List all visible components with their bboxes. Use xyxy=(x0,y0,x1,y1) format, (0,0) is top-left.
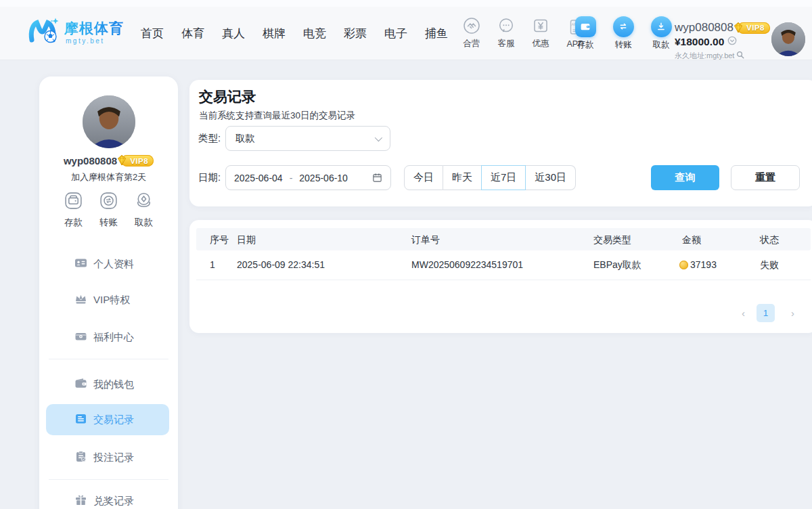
quick-link-partner[interactable]: 合营 xyxy=(457,17,486,49)
date-filter-label: 日期: xyxy=(198,165,221,190)
range-today-button[interactable]: 今日 xyxy=(404,165,443,190)
deposit-action[interactable]: 存款 xyxy=(572,16,599,51)
sidebar-item-profile[interactable]: 个人资料 xyxy=(74,254,134,274)
address-row: 永久地址:mgty.bet xyxy=(675,49,769,62)
range-yesterday-button[interactable]: 昨天 xyxy=(443,165,482,190)
sidebar-item-label: 我的钱包 xyxy=(93,378,134,391)
column-header-date: 日期 xyxy=(237,234,256,246)
cell-amount: 37193 xyxy=(679,259,717,270)
joined-days-text: 加入摩根体育第2天 xyxy=(39,171,178,183)
sidebar-item-bets[interactable]: 投注记录 xyxy=(74,447,134,468)
nav-item-live[interactable]: 真人 xyxy=(222,26,245,41)
records-table-card: 序号 日期 订单号 交易类型 金额 状态 1 2025-06-09 22:34:… xyxy=(189,220,812,333)
refresh-balance-icon[interactable] xyxy=(727,36,737,48)
magnifier-icon[interactable] xyxy=(736,49,744,62)
withdraw-action[interactable]: 取款 xyxy=(648,16,675,51)
transfer-action[interactable]: 转账 xyxy=(610,16,637,51)
type-select-value: 取款 xyxy=(235,132,255,145)
customer-service-icon xyxy=(497,17,515,37)
sidebar-withdraw-action[interactable]: 取款 xyxy=(133,190,154,229)
sidebar-item-label: 兑奖记录 xyxy=(93,495,134,508)
sidebar-item-vip[interactable]: VIP特权 xyxy=(74,290,130,310)
sidebar-item-transactions[interactable]: 交易记录 xyxy=(46,404,169,435)
sidebar-vip-badge: VIP8 xyxy=(121,155,154,167)
quick-link-label: 优惠 xyxy=(533,38,549,49)
column-header-index: 序号 xyxy=(210,234,229,246)
date-quick-range-group: 今日 昨天 近7日 近30日 xyxy=(404,165,576,190)
balance-row: ¥18000.00 xyxy=(675,36,769,48)
nav-item-sports[interactable]: 体育 xyxy=(181,26,204,41)
quick-link-service[interactable]: 客服 xyxy=(492,17,520,49)
avatar[interactable] xyxy=(771,22,805,56)
top-nav: 首页 体育 真人 棋牌 电竞 彩票 电子 捕鱼 xyxy=(141,7,448,60)
withdraw-icon xyxy=(651,16,672,37)
brand-mark-icon xyxy=(27,16,60,49)
nav-item-fishing[interactable]: 捕鱼 xyxy=(425,26,448,41)
deposit-icon xyxy=(575,16,596,37)
sidebar-action-label: 取款 xyxy=(135,217,153,229)
cell-index: 1 xyxy=(210,259,215,270)
nav-item-slots[interactable]: 电子 xyxy=(384,26,407,41)
deposit-outline-icon xyxy=(63,190,84,214)
reset-button[interactable]: 重置 xyxy=(731,165,800,190)
handshake-icon xyxy=(463,17,480,37)
nav-item-home[interactable]: 首页 xyxy=(141,26,164,41)
date-range-input[interactable]: 2025-06-04 - 2025-06-10 xyxy=(225,165,391,190)
range-30days-button[interactable]: 近30日 xyxy=(526,165,576,190)
nav-item-lottery[interactable]: 彩票 xyxy=(344,26,367,41)
pagination-prev-button[interactable]: ‹ xyxy=(742,305,745,322)
crown-icon xyxy=(74,292,87,307)
withdraw-outline-icon xyxy=(133,190,154,214)
sidebar-action-label: 存款 xyxy=(64,217,83,229)
column-header-amount: 金额 xyxy=(682,234,701,246)
date-separator: - xyxy=(290,173,293,183)
vip-level: VIP8 xyxy=(746,24,765,32)
sidebar-user-row: wyp080808 VIP8 xyxy=(39,155,178,167)
query-button[interactable]: 查询 xyxy=(651,165,719,190)
calendar-icon xyxy=(372,173,382,183)
sidebar-transfer-action[interactable]: 转账 xyxy=(98,190,119,229)
username: wyp080808 xyxy=(675,21,734,35)
quick-link-promo[interactable]: 优惠 xyxy=(526,17,555,49)
pagination-page-1[interactable]: 1 xyxy=(757,304,775,322)
header: 摩根体育 mgty.bet 首页 体育 真人 棋牌 电竞 彩票 电子 捕鱼 xyxy=(0,7,812,60)
gem-icon xyxy=(116,154,128,168)
wallet-icon xyxy=(74,377,87,392)
page: 摩根体育 mgty.bet 首页 体育 真人 棋牌 电竞 彩票 电子 捕鱼 xyxy=(0,0,812,509)
sidebar-item-welfare[interactable]: 福利中心 xyxy=(74,327,134,347)
cell-date: 2025-06-09 22:34:51 xyxy=(237,259,325,270)
sidebar-divider xyxy=(49,479,168,480)
chevron-down-icon xyxy=(375,133,382,141)
sidebar-vip-level: VIP8 xyxy=(130,157,148,165)
quick-link-label: 合营 xyxy=(464,38,480,49)
column-header-type: 交易类型 xyxy=(593,234,631,246)
type-select[interactable]: 取款 xyxy=(225,126,390,151)
sidebar-divider xyxy=(49,359,168,359)
sidebar-item-wallet[interactable]: 我的钱包 xyxy=(74,374,134,395)
gem-icon xyxy=(732,22,744,35)
transaction-records-icon xyxy=(74,412,87,427)
page-subtitle: 当前系统支持查询最近30日的交易记录 xyxy=(199,110,355,122)
sidebar-avatar[interactable] xyxy=(83,95,135,148)
nav-item-cards[interactable]: 棋牌 xyxy=(263,26,286,41)
wallet-action-label: 取款 xyxy=(653,39,670,51)
brand-domain: mgty.bet xyxy=(64,38,124,45)
welfare-icon xyxy=(74,330,87,345)
amount-value: 37193 xyxy=(690,259,717,270)
nav-item-esports[interactable]: 电竞 xyxy=(303,26,326,41)
pagination-next-button[interactable]: › xyxy=(791,305,794,322)
sidebar-action-label: 转账 xyxy=(99,217,118,229)
sidebar-item-prizes[interactable]: 兑奖记录 xyxy=(74,491,134,509)
permanent-address: 永久地址:mgty.bet xyxy=(675,51,734,61)
table-header-row xyxy=(196,228,811,250)
brand-logo[interactable]: 摩根体育 mgty.bet xyxy=(27,16,124,49)
id-card-icon xyxy=(74,257,87,271)
range-7days-button[interactable]: 近7日 xyxy=(481,165,526,190)
bet-records-icon xyxy=(74,450,87,465)
sidebar-quick-actions: 存款 转账 xyxy=(39,190,178,229)
sidebar-username: wyp080808 xyxy=(64,155,117,167)
sidebar-deposit-action[interactable]: 存款 xyxy=(63,190,84,229)
sidebar-item-label: 福利中心 xyxy=(93,331,134,344)
user-name-row: wyp080808 VIP8 xyxy=(675,21,769,35)
vip-badge: VIP8 xyxy=(738,22,770,34)
